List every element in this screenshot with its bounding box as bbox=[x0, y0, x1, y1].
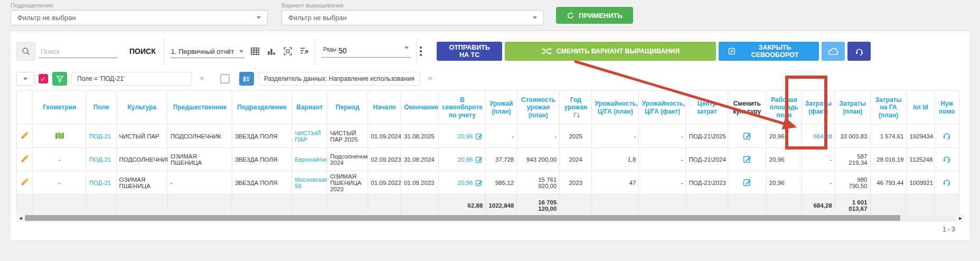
header-cost-center[interactable]: Центр затрат bbox=[686, 91, 728, 125]
field-filter-chip[interactable]: Поле = 'ПОД-21' bbox=[71, 72, 192, 86]
data-separator-text: Разделитель данных: Направление использо… bbox=[264, 75, 414, 82]
costs-per-ha-cell: 28 016,19 bbox=[870, 148, 907, 171]
header-variant[interactable]: Вариант bbox=[292, 91, 327, 125]
culture-cell: ОЗИМАЯ ПШЕНИЦА bbox=[116, 171, 167, 194]
variant-link[interactable]: Евролайтинг bbox=[292, 148, 327, 171]
geometry-cell: - bbox=[33, 148, 86, 171]
in-rotation-value[interactable]: 20,96 bbox=[458, 133, 473, 139]
report-type-select[interactable]: 1. Первичный отчёт bbox=[170, 44, 244, 58]
filter-funnel-button[interactable] bbox=[52, 72, 67, 86]
field-link[interactable]: ПОД-21 bbox=[86, 171, 116, 194]
chart-view-icon[interactable] bbox=[266, 45, 277, 57]
need-help-button[interactable] bbox=[935, 125, 959, 148]
table-row: - ПОД-21 ОЗИМАЯ ПШЕНИЦА - ЗВЕЗДА ПОЛЯ Мо… bbox=[17, 171, 959, 194]
send-to-tc-button[interactable]: ОТПРАВИТЬ НА ТС bbox=[437, 42, 502, 61]
total-in-rotation: 62,88 bbox=[439, 194, 486, 217]
field-link[interactable]: ПОД-21 bbox=[86, 125, 116, 148]
header-geometry[interactable]: Геометрия bbox=[33, 91, 86, 125]
header-culture[interactable]: Культура bbox=[116, 91, 167, 125]
costs-fact-cell: - bbox=[802, 171, 835, 194]
header-predecessor[interactable]: Предшественник bbox=[167, 91, 232, 125]
header-end[interactable]: Окончание bbox=[401, 91, 439, 125]
totals-row: 62,88 1022,848 16 705 120,00 684,28 1 60… bbox=[17, 194, 959, 217]
header-harvest-plan[interactable]: Урожай (план) bbox=[486, 91, 517, 125]
remove-field-filter-icon[interactable]: × bbox=[196, 73, 208, 84]
support-button[interactable] bbox=[847, 42, 871, 61]
close-rotation-button[interactable]: ЗАКРЫТЬ СЕВООБОРОТ bbox=[719, 42, 819, 61]
filter-menu-dropdown[interactable] bbox=[16, 72, 34, 86]
need-help-button[interactable] bbox=[935, 148, 959, 171]
subdivisions-label: Подразделения bbox=[11, 2, 268, 8]
scrollbar-track[interactable] bbox=[25, 215, 956, 221]
apply-button[interactable]: ПРИМЕНИТЬ bbox=[556, 7, 633, 24]
edit-square-icon[interactable] bbox=[475, 156, 483, 163]
search-submit-label[interactable]: ПОИСК bbox=[129, 47, 156, 55]
header-subdivision[interactable]: Подразделение bbox=[232, 91, 292, 125]
need-help-button[interactable] bbox=[935, 171, 959, 194]
send-to-tc-label: ОТПРАВИТЬ НА ТС bbox=[446, 44, 493, 59]
search-input[interactable] bbox=[39, 44, 118, 58]
harvest-cost-plan-cell: - bbox=[517, 125, 560, 148]
header-change-culture[interactable]: Сменить культуру bbox=[728, 91, 766, 125]
header-yield-fact[interactable]: Урожайность, Ц/ГА (факт) bbox=[639, 91, 686, 125]
header-yield-plan[interactable]: Урожайность, Ц/ГА (план) bbox=[592, 91, 639, 125]
edit-square-icon[interactable] bbox=[475, 133, 483, 140]
in-rotation-value[interactable]: 20,96 bbox=[458, 156, 473, 163]
field-link[interactable]: ПОД-21 bbox=[86, 148, 116, 171]
header-costs-per-ha[interactable]: Затраты на ГА (план) bbox=[870, 91, 907, 125]
chevron-down-icon bbox=[533, 16, 537, 19]
cloud-sync-button[interactable] bbox=[822, 42, 845, 61]
more-options-kebab-icon[interactable] bbox=[420, 46, 422, 56]
header-harvest-cost-plan[interactable]: Стоимость урожая (план) bbox=[517, 91, 560, 125]
geometry-cell[interactable] bbox=[33, 125, 86, 148]
header-need-help[interactable]: Нуж помо bbox=[935, 91, 959, 125]
header-harvest-year[interactable]: Год урожая bbox=[560, 91, 592, 125]
scroll-right-icon[interactable]: ► bbox=[956, 216, 965, 221]
table-view-icon[interactable] bbox=[249, 45, 261, 57]
rows-per-page-select[interactable]: Ряды 50 bbox=[321, 45, 411, 58]
header-row: Геометрия Поле Культура Предшественник П… bbox=[17, 91, 959, 125]
focus-selection-icon[interactable] bbox=[282, 45, 294, 57]
change-culture-button[interactable] bbox=[728, 148, 766, 171]
table-row: ПОД-21 ЧИСТЫЙ ПАР ПОДСОЛНЕЧНИК ЗВЕЗДА ПО… bbox=[17, 125, 959, 148]
change-variant-button[interactable]: СМЕНИТЬ ВАРИАНТ ВЫРАЩИВАНИЯ bbox=[505, 42, 716, 61]
filter-enabled-checkbox[interactable]: ✓ bbox=[39, 74, 48, 83]
work-area-cell: 20,96 bbox=[766, 148, 802, 171]
variant-link[interactable]: ЧИСТЫЙ ПАР bbox=[292, 125, 327, 148]
header-lot-id[interactable]: lot Id bbox=[907, 91, 935, 125]
headset-icon bbox=[855, 47, 864, 56]
remove-separator-icon[interactable]: × bbox=[425, 73, 436, 84]
cost-center-cell: ПОД-21\2024 bbox=[686, 148, 728, 171]
variant-link[interactable]: Московская 56 bbox=[292, 171, 327, 194]
header-costs-fact[interactable]: Затраты (факт) bbox=[802, 91, 835, 125]
export-icon[interactable] bbox=[298, 45, 310, 57]
edit-row-button[interactable] bbox=[17, 125, 33, 148]
data-separator-button[interactable] bbox=[239, 72, 254, 86]
header-start[interactable]: Начало bbox=[368, 91, 401, 125]
change-culture-button[interactable] bbox=[728, 171, 766, 194]
total-harvest-cost-plan: 16 705 120,00 bbox=[517, 194, 560, 217]
header-costs-plan[interactable]: Затраты (план) bbox=[835, 91, 870, 125]
sort-icon[interactable] bbox=[573, 112, 580, 118]
subdivisions-select[interactable]: Фильтр не выбран bbox=[11, 10, 268, 25]
scroll-left-icon[interactable]: ◄ bbox=[16, 216, 25, 221]
costs-fact-cell: 684,28 bbox=[802, 125, 835, 148]
edit-row-button[interactable] bbox=[17, 171, 33, 194]
start-cell: 01.09.2024 bbox=[368, 125, 401, 148]
header-period[interactable]: Период bbox=[327, 91, 368, 125]
start-cell: 01.09.2022 bbox=[368, 171, 401, 194]
x-square-icon bbox=[728, 47, 736, 55]
data-separator-chip[interactable]: Разделитель данных: Направление использо… bbox=[258, 72, 420, 86]
edit-square-icon[interactable] bbox=[475, 179, 483, 187]
search-icon-button[interactable] bbox=[16, 42, 35, 61]
separator-enabled-checkbox[interactable] bbox=[220, 74, 230, 83]
growing-variant-select[interactable]: Фильтр не выбран bbox=[281, 10, 544, 25]
header-field[interactable]: Поле bbox=[86, 91, 116, 125]
scrollbar-thumb[interactable] bbox=[25, 215, 900, 221]
header-in-rotation[interactable]: В севообороте по учету bbox=[439, 91, 486, 125]
costs-fact-link[interactable]: 684,28 bbox=[813, 133, 832, 139]
edit-row-button[interactable] bbox=[17, 148, 33, 171]
in-rotation-value[interactable]: 20,96 bbox=[458, 180, 473, 186]
header-work-area[interactable]: Рабочая площадь поля bbox=[766, 91, 802, 125]
change-culture-button[interactable] bbox=[728, 125, 766, 148]
